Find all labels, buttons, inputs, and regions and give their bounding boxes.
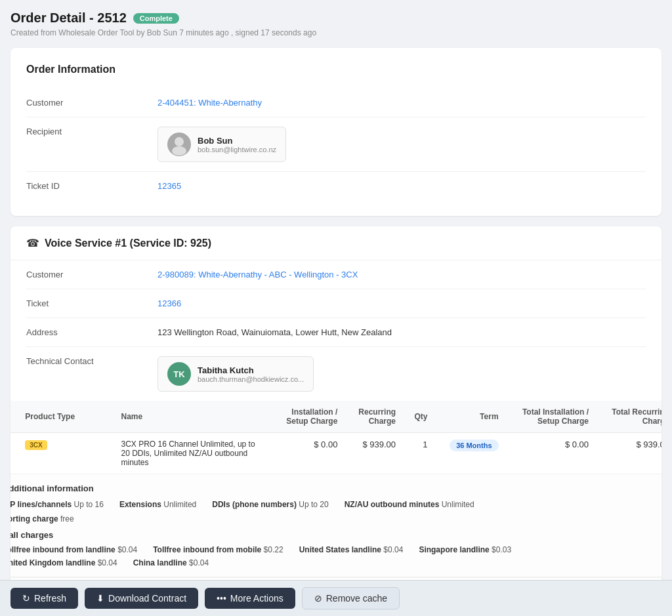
col-total-install: Total Installation /Setup Charge [507,401,597,433]
service-address-value: 123 Wellington Road, Wainuiomata, Lower … [158,327,392,337]
table-header-row: # Product Type Name Installation /Setup … [10,401,662,433]
status-badge: Complete [133,13,179,24]
bottom-bar: ↻ Refresh ⬇ Download Contract ••• More A… [0,580,672,616]
ticket-id-link[interactable]: 12365 [158,181,181,191]
col-recurring-charge: RecurringCharge [345,401,404,433]
row1-recurring-charge: $ 939.00 [345,433,404,474]
call-charges-grid-2: United Kingdom landline $0.04 China land… [10,558,662,567]
table-row: 1 3CX 3CX PRO 16 Channel Unlimited, up t… [10,433,662,474]
service-body: Customer 2-980089: White-Abernathy - ABC… [10,260,662,401]
row1-term: 36 Months [435,433,506,474]
download-icon: ⬇ [96,593,104,604]
service-title: Voice Service #1 (Service ID: 925) [45,237,211,249]
technical-contact-box: TK Tabitha Kutch bauch.thurman@hodkiewic… [158,356,314,392]
nzau-minutes-item: NZ/AU outbound minutes Unlimited [345,500,474,509]
download-label: Download Contract [108,593,186,604]
recipient-email: bob.sun@lightwire.co.nz [198,146,276,154]
row1-num: 1 [10,433,17,474]
service-customer-label: Customer [26,270,158,279]
refresh-icon: ↻ [22,593,30,604]
tollfree-mobile-item: Tollfree inbound from mobile $0.22 [153,545,283,554]
col-total-recurring: Total RecurringCharge [597,401,662,433]
term-badge-row1: 36 Months [450,440,498,451]
porting-charge-grid: Porting charge free [10,514,662,524]
porting-charge-item: Porting charge free [10,514,74,524]
row1-total-recurring: $ 939.00 [597,433,662,474]
technical-contact-avatar: TK [167,362,191,386]
remove-cache-button[interactable]: ⊘ Remove cache [302,587,400,609]
service-header: ☎ Voice Service #1 (Service ID: 925) [10,226,662,260]
service-ticket-row: Ticket 12366 [26,289,646,318]
singapore-landline-item: Singapore landline $0.03 [419,545,511,554]
recipient-box: Bob Sun bob.sun@lightwire.co.nz [158,127,286,162]
page-header: Order Detail - 2512 Complete Created fro… [10,10,662,37]
col-product-type: Product Type [17,401,113,433]
extensions-item: Extensions Unlimited [119,500,196,509]
ddis-item: DDIs (phone numbers) Up to 20 [212,500,328,509]
call-charges-grid: Tollfree inbound from landline $0.04 Tol… [10,545,662,554]
service-customer-link[interactable]: 2-980089: White-Abernathy - ABC - Wellin… [158,270,358,279]
recipient-name: Bob Sun [198,136,276,146]
row1-install-charge: $ 0.00 [272,433,345,474]
more-actions-label: More Actions [230,593,284,604]
ticket-id-row: Ticket ID 12365 [26,172,646,200]
service-address-row: Address 123 Wellington Road, Wainuiomata… [26,318,646,347]
service-ticket-link[interactable]: 12366 [158,298,181,308]
col-name: Name [113,401,272,433]
svg-point-2 [172,146,186,155]
customer-link[interactable]: 2-404451: White-Abernathy [158,98,262,108]
col-term: Term [435,401,506,433]
service-ticket-label: Ticket [26,298,158,308]
tollfree-landline-item: Tollfree inbound from landline $0.04 [10,545,137,554]
recipient-avatar [167,133,191,156]
row1-qty: 1 [404,433,435,474]
row1-total-install: $ 0.00 [507,433,597,474]
phone-icon: ☎ [26,237,39,249]
row1-product-type: 3CX [17,433,113,474]
product-badge-3cx: 3CX [25,440,47,450]
ticket-id-label: Ticket ID [26,181,158,191]
uk-landline-item: United Kingdom landline $0.04 [10,558,117,567]
order-information-title: Order Information [26,64,646,75]
recipient-row: Recipient Bob Sun bob.sun@lightwire.co.n… [26,117,646,172]
recipient-label: Recipient [26,127,158,136]
technical-contact-row: Technical Contact TK Tabitha Kutch bauch… [26,347,646,401]
row1-name: 3CX PRO 16 Channel Unlimited, up to 20 D… [113,433,272,474]
voice-service-card: ☎ Voice Service #1 (Service ID: 925) Cus… [10,226,662,601]
additional-info-grid: SIP lines/channels Up to 16 Extensions U… [10,500,662,509]
customer-row: Customer 2-404451: White-Abernathy [26,89,646,117]
us-landline-item: United States landline $0.04 [299,545,404,554]
additional-info-title: Additional information [10,483,662,493]
service-address-label: Address [26,327,158,337]
technical-contact-email: bauch.thurman@hodkiewicz.co... [198,375,304,383]
call-charges-title: Call charges [10,530,662,540]
products-table-wrapper: # Product Type Name Installation /Setup … [10,401,662,601]
col-num: # [10,401,17,433]
order-information-card: Order Information Customer 2-404451: Whi… [10,48,662,216]
page-subtitle: Created from Wholesale Order Tool by Bob… [10,28,662,37]
refresh-label: Refresh [34,593,66,604]
remove-cache-icon: ⊘ [314,593,322,604]
sip-lines-item: SIP lines/channels Up to 16 [10,500,104,509]
remove-cache-label: Remove cache [326,593,387,604]
china-landline-item: China landline $0.04 [133,558,209,567]
technical-contact-name: Tabitha Kutch [198,365,304,375]
additional-info-section: Additional information SIP lines/channel… [10,474,662,577]
technical-contact-label: Technical Contact [26,356,158,366]
products-table: # Product Type Name Installation /Setup … [10,401,662,601]
page-title: Order Detail - 2512 [10,10,127,26]
more-actions-icon: ••• [217,593,226,604]
col-install-charge: Installation /Setup Charge [272,401,345,433]
svg-point-1 [175,137,184,146]
col-qty: Qty [404,401,435,433]
additional-info-row: Additional information SIP lines/channel… [10,474,662,578]
service-customer-row: Customer 2-980089: White-Abernathy - ABC… [26,260,646,289]
customer-label: Customer [26,98,158,108]
refresh-button[interactable]: ↻ Refresh [10,588,78,609]
download-contract-button[interactable]: ⬇ Download Contract [85,588,198,609]
more-actions-button[interactable]: ••• More Actions [205,588,295,609]
